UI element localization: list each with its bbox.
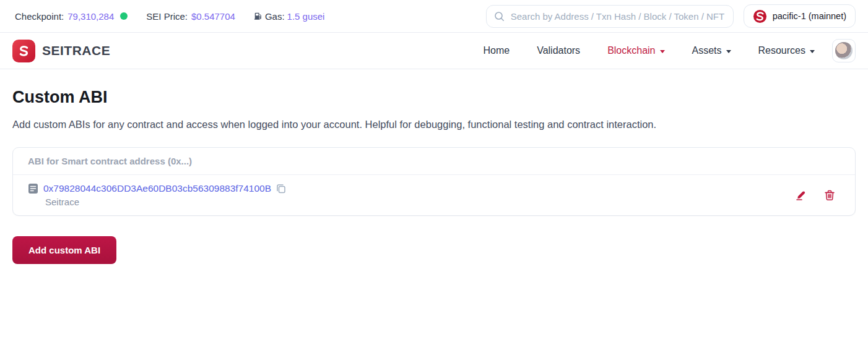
nav-item-label: Assets: [692, 45, 722, 56]
sei-price-value[interactable]: $0.547704: [191, 11, 235, 22]
checkpoint-value[interactable]: 79,310,284: [67, 11, 114, 22]
abi-name: Seitrace: [45, 197, 286, 207]
copy-icon[interactable]: [276, 184, 286, 194]
nav-item-validators[interactable]: Validators: [537, 45, 580, 56]
chevron-down-icon: [660, 50, 665, 53]
nav-item-label: Blockchain: [607, 45, 655, 56]
add-custom-abi-button[interactable]: Add custom ABI: [12, 236, 116, 264]
page-description: Add custom ABIs for any contract and acc…: [12, 119, 856, 130]
nav-item-blockchain[interactable]: Blockchain: [607, 45, 664, 56]
nav-item-label: Resources: [758, 45, 805, 56]
address-line: 0x79828044c306DD3Ae60DB03cb56309883f7410…: [28, 183, 286, 194]
edit-abi-button[interactable]: [795, 189, 807, 201]
search-icon: [494, 11, 505, 22]
main-content: Custom ABI Add custom ABIs for any contr…: [0, 88, 868, 264]
nav-menu: Home Validators Blockchain Assets Resour…: [483, 45, 815, 56]
chevron-down-icon: [810, 50, 815, 53]
checkpoint-status-dot: [120, 12, 128, 20]
search-input[interactable]: [511, 11, 726, 22]
sei-price-stat: SEI Price: $0.547704: [146, 11, 235, 22]
contract-icon: [28, 183, 38, 194]
network-label: pacific-1 (mainnet): [773, 11, 846, 21]
brand-name: SEITRACE: [42, 43, 110, 58]
topbar: Checkpoint: 79,310,284 SEI Price: $0.547…: [0, 0, 868, 33]
topbar-right: pacific-1 (mainnet): [486, 4, 856, 28]
gas-stat: Gas: 1.5 gusei: [254, 11, 325, 22]
table-row: 0x79828044c306DD3Ae60DB03cb56309883f7410…: [13, 175, 855, 215]
page-title: Custom ABI: [12, 88, 856, 107]
nav-item-label: Home: [483, 45, 510, 56]
contract-address-link[interactable]: 0x79828044c306DD3Ae60DB03cb56309883f7410…: [43, 183, 271, 194]
network-selector[interactable]: pacific-1 (mainnet): [744, 4, 856, 28]
brand-home-link[interactable]: SEITRACE: [12, 40, 110, 62]
seitrace-logo-icon: [12, 40, 35, 62]
network-stats: Checkpoint: 79,310,284 SEI Price: $0.547…: [15, 11, 324, 22]
user-menu-button[interactable]: [832, 39, 856, 62]
checkpoint-label: Checkpoint:: [15, 11, 64, 22]
gas-label: Gas:: [265, 11, 285, 22]
gas-pump-icon: [254, 12, 263, 20]
network-logo-icon: [753, 9, 767, 23]
custom-abi-card: ABI for Smart contract address (0x...) 0…: [12, 147, 856, 216]
checkpoint-stat: Checkpoint: 79,310,284: [15, 11, 128, 22]
nav-item-label: Validators: [537, 45, 580, 56]
nav-item-assets[interactable]: Assets: [692, 45, 731, 56]
gas-value[interactable]: 1.5 gusei: [287, 11, 325, 22]
nav-item-home[interactable]: Home: [483, 45, 510, 56]
user-avatar: [835, 42, 853, 59]
delete-abi-button[interactable]: [824, 189, 835, 201]
chevron-down-icon: [726, 50, 731, 53]
row-actions: [795, 189, 835, 201]
abi-table-header: ABI for Smart contract address (0x...): [13, 148, 855, 175]
trash-icon: [824, 189, 835, 201]
edit-icon: [795, 189, 807, 201]
search-bar: [486, 5, 734, 28]
nav-item-resources[interactable]: Resources: [758, 45, 815, 56]
sei-price-label: SEI Price:: [146, 11, 188, 22]
navbar: SEITRACE Home Validators Blockchain Asse…: [0, 33, 868, 69]
abi-row-info: 0x79828044c306DD3Ae60DB03cb56309883f7410…: [28, 183, 286, 207]
